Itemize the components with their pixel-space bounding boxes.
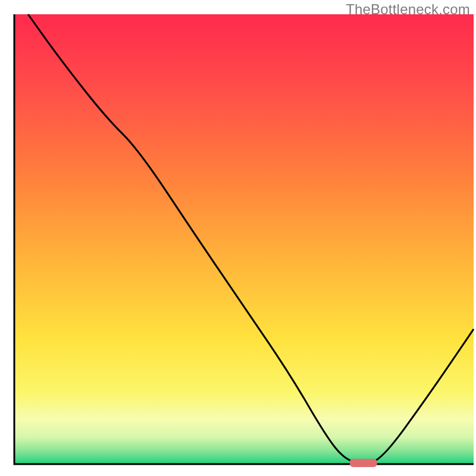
- optimal-marker: [350, 459, 377, 467]
- watermark-text: TheBottleneck.com: [346, 1, 470, 18]
- chart-svg: [0, 0, 476, 476]
- chart-root: TheBottleneck.com: [0, 0, 476, 476]
- plot-background: [14, 14, 474, 464]
